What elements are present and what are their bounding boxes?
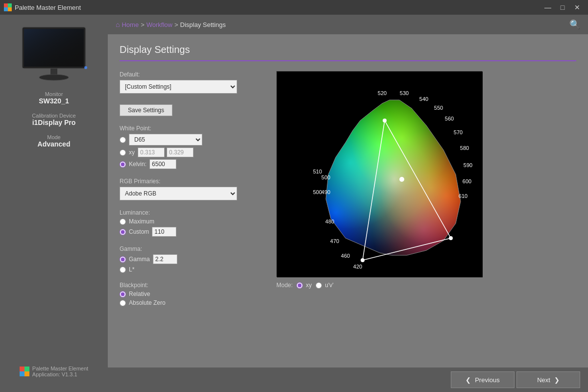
gamma-radio[interactable] [120,256,126,263]
svg-text:420: 420 [353,264,362,270]
svg-text:580: 580 [460,145,469,151]
blackpoint-relative-row: Relative [120,291,267,297]
breadcrumb-current: Display Settings [180,21,226,28]
gamma-group: Gamma: Gamma L* [120,245,267,273]
monitor-label: Monitor [39,91,69,97]
gamma-lstar-row: L* [120,266,267,273]
sidebar-mode-info: Mode Advanced [38,134,71,148]
previous-button[interactable]: ❮ Previous [451,371,514,388]
white-point-xy-radio[interactable] [120,149,126,156]
svg-text:530: 530 [400,90,409,96]
mode-uv-radio[interactable] [316,282,322,289]
minimize-button[interactable]: — [541,0,555,14]
white-point-x-input[interactable] [138,147,165,157]
sidebar-device-info: Calibration Device i1Display Pro [32,113,75,126]
svg-rect-0 [4,3,8,7]
breadcrumb: ⌂ Home > Workflow > Display Settings [116,21,226,28]
device-name: i1Display Pro [32,119,75,126]
footer-app-name: Palette Master Element [32,366,88,371]
svg-rect-6 [24,29,84,67]
blackpoint-relative-label[interactable]: Relative [129,291,150,297]
bottom-bar: ❮ Previous Next ❯ [108,368,588,392]
mode-xy-label[interactable]: xy [306,282,312,289]
breadcrumb-workflow[interactable]: Workflow [147,21,172,28]
default-group: Default: [Custom Settings] sRGB AdobeRGB… [120,71,267,94]
luminance-maximum-label[interactable]: Maximum [129,218,154,225]
cie-chart: 520 530 540 550 560 570 580 590 600 610 … [276,71,482,277]
xy-inputs [138,147,194,157]
svg-point-29 [399,177,404,182]
page-title-section: Display Settings [120,44,576,61]
white-point-kelvin-label[interactable]: Kelvin: [129,161,147,168]
svg-text:540: 540 [419,96,428,102]
rgb-primaries-select[interactable]: Adobe RGB sRGB DCI-P3 Rec.2020 [120,187,237,200]
white-point-kelvin-radio[interactable] [120,161,126,168]
gamma-option-label[interactable]: Gamma [129,256,150,263]
svg-point-8 [39,74,69,80]
svg-text:480: 480 [325,219,334,224]
white-point-kelvin-row: Kelvin: [120,159,267,169]
white-point-label: White Point: [120,125,267,132]
monitor-name: SW320_1 [39,97,69,105]
breadcrumb-home[interactable]: Home [122,21,139,28]
mode-label: Mode: [276,282,293,289]
gamma-label: Gamma: [120,245,267,252]
search-button[interactable]: 🔍 [569,19,580,30]
white-point-d65-radio[interactable] [120,137,126,143]
blackpoint-absolute-row: Absolute Zero [120,299,267,306]
white-point-select[interactable]: D65 D50 D55 D75 Native [129,134,202,146]
titlebar: Palette Master Element — □ ✕ [0,0,588,15]
white-point-xy-label[interactable]: xy [129,149,135,156]
mode-xy-radio[interactable] [296,282,303,289]
close-button[interactable]: ✕ [570,0,584,14]
luminance-maximum-row: Maximum [120,218,267,225]
white-point-radio-group: D65 D50 D55 D75 Native xy [120,134,267,169]
main-content: Display Settings Default: [Custom Settin… [108,34,588,368]
maximize-button[interactable]: □ [556,0,569,14]
blackpoint-absolute-radio[interactable] [120,300,126,306]
svg-rect-10 [20,367,24,371]
luminance-custom-radio[interactable] [120,229,126,235]
sidebar-monitor-info: Monitor SW320_1 [39,91,69,105]
svg-text:550: 550 [434,105,443,111]
home-icon: ⌂ [116,21,120,28]
luminance-custom-input[interactable] [152,227,176,237]
luminance-maximum-radio[interactable] [120,219,126,225]
blackpoint-label: Blackpoint: [120,282,267,289]
page-title: Display Settings [120,44,576,55]
rgb-primaries-group: RGB Primaries: Adobe RGB sRGB DCI-P3 Rec… [120,178,267,200]
mode-value: Advanced [38,140,71,148]
svg-rect-13 [24,371,29,376]
luminance-label: Luminance: [120,209,267,216]
white-point-y-input[interactable] [167,147,194,157]
white-point-kelvin-input[interactable] [149,159,176,169]
content: ⌂ Home > Workflow > Display Settings 🔍 D… [108,15,588,392]
mode-uv-label[interactable]: u'v' [325,282,333,289]
titlebar-title: Palette Master Element [15,4,81,11]
default-select[interactable]: [Custom Settings] sRGB AdobeRGB P3 [120,80,237,94]
sidebar-footer-text: Palette Master Element Application: V1.3… [32,366,88,377]
white-point-xy-row: xy [120,147,267,157]
luminance-group: Luminance: Maximum Custom [120,209,267,237]
gamma-lstar-label[interactable]: L* [129,266,134,273]
blackpoint-absolute-label[interactable]: Absolute Zero [129,299,166,306]
blackpoint-relative-radio[interactable] [120,291,126,297]
svg-point-28 [361,258,365,262]
gamma-lstar-radio[interactable] [120,267,126,273]
next-button[interactable]: Next ❯ [516,371,580,388]
svg-point-9 [84,66,87,69]
mode-uv-row: u'v' [316,282,333,289]
gamma-value-row: Gamma [120,254,267,264]
white-point-group: White Point: D65 D50 D55 D75 Native [120,125,267,169]
svg-text:470: 470 [330,238,339,244]
gamma-input[interactable] [153,254,177,264]
svg-point-27 [449,236,453,240]
footer-version: Application: V1.3.1 [32,371,88,377]
mode-xy-row: xy [296,282,312,289]
next-chevron-icon: ❯ [554,376,560,384]
save-settings-button[interactable]: Save Settings [120,104,172,116]
luminance-custom-label[interactable]: Custom [129,228,149,235]
svg-text:500: 500 [313,189,322,195]
svg-text:490: 490 [321,189,330,195]
device-label: Calibration Device [32,113,75,119]
